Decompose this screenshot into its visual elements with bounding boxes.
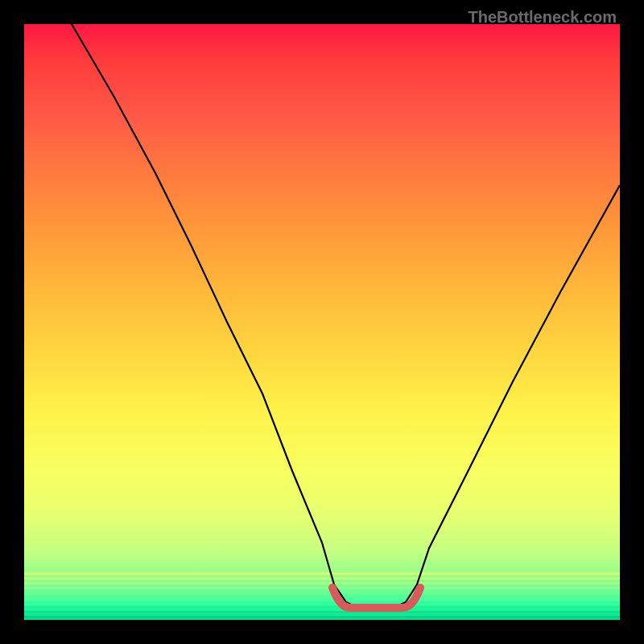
bottleneck-curve — [72, 24, 620, 608]
optimal-band-marker — [332, 588, 420, 608]
plot-area — [24, 24, 620, 620]
chart-container: TheBottleneck.com — [0, 0, 644, 644]
attribution-label: TheBottleneck.com — [469, 8, 617, 27]
curve-layer — [24, 24, 620, 620]
